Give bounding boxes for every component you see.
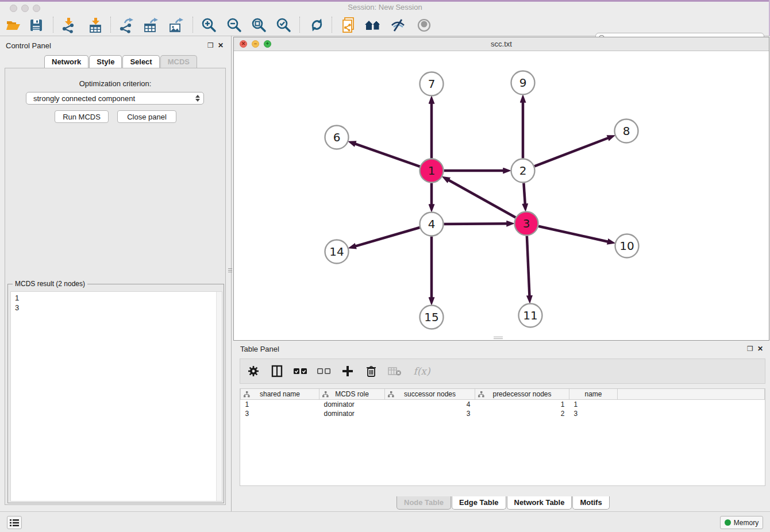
- table-cell[interactable]: 2: [475, 409, 569, 418]
- table-cell[interactable]: 1: [475, 400, 569, 410]
- export-network-button[interactable]: [117, 16, 135, 34]
- delete-column-button[interactable]: [364, 364, 379, 379]
- first-neighbors-button[interactable]: [364, 16, 382, 34]
- export-image-icon: [168, 17, 184, 33]
- minimize-window-button[interactable]: [21, 5, 29, 12]
- zoom-in-icon: [201, 17, 217, 33]
- memory-button[interactable]: Memory: [720, 516, 763, 529]
- export-table-button[interactable]: [141, 16, 160, 34]
- table-settings-button[interactable]: [246, 364, 261, 379]
- tab-select[interactable]: Select: [122, 55, 159, 68]
- new-network-from-selection-button[interactable]: [339, 16, 357, 34]
- network-close-button[interactable]: ✕: [240, 40, 247, 48]
- create-column-button[interactable]: [340, 364, 355, 379]
- column-header-mcds-role[interactable]: MCDS role: [319, 389, 385, 400]
- table-cell[interactable]: 3: [241, 409, 319, 418]
- graph-node-15[interactable]: 15: [420, 306, 444, 329]
- tab-mcds[interactable]: MCDS: [160, 55, 197, 68]
- tab-network[interactable]: Network: [44, 55, 88, 68]
- control-panel-float-button[interactable]: ❒: [207, 42, 214, 49]
- task-history-button[interactable]: [7, 516, 22, 529]
- close-panel-button[interactable]: Close panel: [117, 110, 176, 123]
- column-header-successor-nodes[interactable]: successor nodes: [385, 389, 475, 400]
- graph-node-9[interactable]: 9: [511, 71, 535, 95]
- table-panel-close-button[interactable]: ✕: [757, 345, 763, 352]
- graph-edge-2-3[interactable]: [523, 183, 525, 205]
- table-header-row: shared name MCDS role successor nodes pr…: [241, 389, 765, 400]
- graph-node-8[interactable]: 8: [615, 119, 638, 143]
- network-maximize-button[interactable]: +: [264, 40, 271, 48]
- graph-node-6[interactable]: 6: [325, 126, 349, 149]
- zoom-in-button[interactable]: [199, 16, 218, 34]
- function-builder-button: f(x): [411, 364, 433, 379]
- graph-edge-3-11[interactable]: [527, 236, 530, 296]
- refresh-layout-button[interactable]: [307, 16, 326, 34]
- graph-node-3[interactable]: 3: [515, 212, 538, 236]
- table-cell[interactable]: dominator: [319, 400, 385, 410]
- tab-network-table[interactable]: Network Table: [507, 496, 572, 510]
- optimization-select[interactable]: strongly connected component: [26, 92, 204, 105]
- table-cell[interactable]: dominator: [319, 409, 385, 418]
- network-canvas[interactable]: 7968124314101511: [234, 51, 769, 340]
- hide-selected-button[interactable]: [389, 16, 407, 34]
- zoom-selected-button[interactable]: [274, 16, 292, 34]
- toolbar-separator: [299, 17, 300, 33]
- column-type-icon: [322, 391, 329, 398]
- delete-table-button: [387, 364, 402, 379]
- refresh-icon: [309, 17, 325, 33]
- unselect-all-columns-button[interactable]: [317, 364, 332, 379]
- result-scrollbar[interactable]: [216, 292, 222, 501]
- columns-icon: [271, 365, 283, 377]
- table-row[interactable]: 3dominator323: [241, 409, 765, 418]
- zoom-fit-button[interactable]: [249, 16, 268, 34]
- table-cell[interactable]: 1: [241, 400, 319, 410]
- network-split-grip[interactable]: [494, 337, 503, 340]
- tab-edge-table[interactable]: Edge Table: [452, 496, 506, 510]
- graph-edge-3-1[interactable]: [448, 180, 515, 217]
- new-network-from-selection-icon: [341, 17, 356, 33]
- import-network-button[interactable]: [59, 16, 78, 34]
- open-session-button[interactable]: [4, 16, 22, 34]
- graph-node-2[interactable]: 2: [511, 159, 535, 183]
- graph-edge-4-14[interactable]: [355, 228, 419, 246]
- close-window-button[interactable]: [10, 5, 17, 12]
- table-cell[interactable]: 1: [569, 400, 618, 410]
- graph-edge-3-10[interactable]: [538, 226, 608, 242]
- run-mcds-button[interactable]: Run MCDS: [55, 110, 109, 123]
- tab-node-table[interactable]: Node Table: [396, 496, 451, 510]
- column-header-shared-name[interactable]: shared name: [241, 389, 319, 400]
- show-columns-button[interactable]: [270, 364, 284, 379]
- mcds-result-list[interactable]: 1 3: [10, 291, 222, 502]
- export-image-button[interactable]: [167, 16, 185, 34]
- network-minimize-button[interactable]: −: [252, 40, 259, 48]
- show-all-button[interactable]: [415, 16, 433, 34]
- table-row[interactable]: 1dominator411: [241, 400, 765, 410]
- graph-node-1[interactable]: 1: [420, 159, 444, 183]
- panel-divider-grip[interactable]: [228, 265, 232, 275]
- graph-node-14[interactable]: 14: [325, 240, 349, 264]
- table-panel-float-button[interactable]: ❒: [747, 345, 753, 352]
- graph-edge-4-3[interactable]: [444, 223, 507, 224]
- table-cell[interactable]: 3: [569, 409, 618, 418]
- import-table-button[interactable]: [86, 16, 105, 34]
- graph-node-7[interactable]: 7: [420, 72, 444, 96]
- network-graph[interactable]: 7968124314101511: [234, 51, 769, 340]
- tab-style[interactable]: Style: [89, 55, 122, 68]
- zoom-window-button[interactable]: [33, 5, 40, 12]
- column-header-predecessor-nodes[interactable]: predecessor nodes: [475, 389, 569, 400]
- graph-node-11[interactable]: 11: [519, 304, 542, 327]
- graph-node-10[interactable]: 10: [615, 234, 639, 258]
- zoom-out-button[interactable]: [225, 16, 243, 34]
- control-panel-close-button[interactable]: ✕: [218, 42, 224, 49]
- svg-text:2: 2: [519, 164, 527, 178]
- column-header-name[interactable]: name: [569, 389, 618, 400]
- graph-node-4[interactable]: 4: [420, 213, 444, 236]
- table-cell[interactable]: 4: [385, 400, 475, 410]
- graph-edge-1-6[interactable]: [355, 144, 420, 167]
- save-session-button[interactable]: [27, 16, 45, 34]
- gear-icon: [247, 365, 260, 377]
- tab-motifs[interactable]: Motifs: [572, 496, 609, 510]
- table-cell[interactable]: 3: [385, 409, 475, 418]
- select-all-columns-button[interactable]: [293, 364, 308, 379]
- graph-edge-2-8[interactable]: [534, 138, 609, 166]
